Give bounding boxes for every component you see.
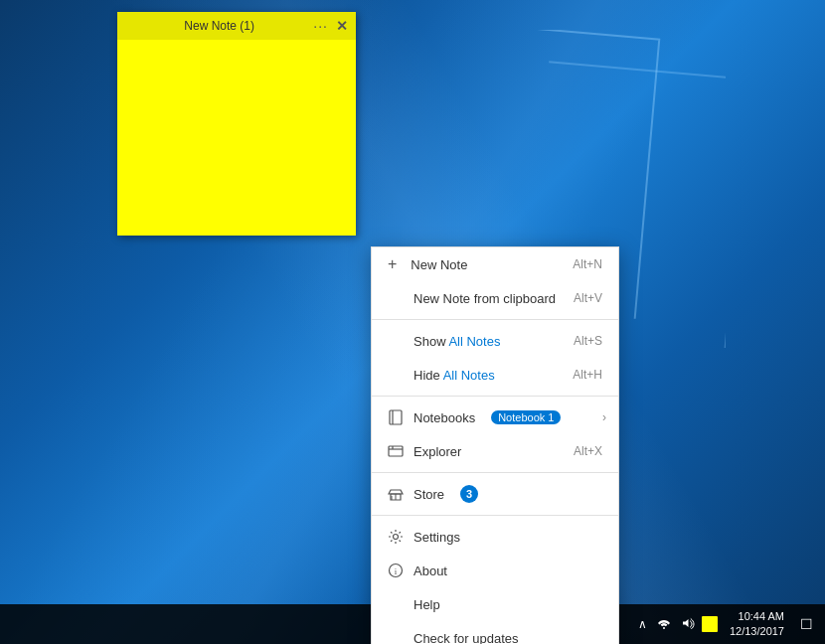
show-all-shortcut: Alt+S <box>574 334 602 348</box>
menu-item-notebooks[interactable]: Notebooks Notebook 1 › <box>372 401 618 434</box>
new-note-shortcut: Alt+N <box>573 257 602 271</box>
menu-item-new-note-clipboard[interactable]: New Note from clipboard Alt+V <box>372 281 618 315</box>
svg-point-9 <box>663 627 665 629</box>
menu-item-about[interactable]: i About <box>372 554 618 587</box>
help-icon <box>388 596 404 612</box>
svg-rect-2 <box>389 446 403 456</box>
sticky-tray-icon[interactable] <box>702 616 718 632</box>
show-all-icon <box>388 333 404 349</box>
menu-item-new-note[interactable]: + New Note Alt+N <box>372 247 618 281</box>
store-icon <box>388 486 404 502</box>
menu-item-show-all[interactable]: Show All Notes Alt+S <box>372 324 618 358</box>
menu-item-help[interactable]: Help <box>372 587 618 621</box>
new-note-clipboard-label: New Note from clipboard <box>413 291 556 306</box>
separator-2 <box>372 396 618 397</box>
separator-1 <box>372 319 618 320</box>
menu-item-explorer[interactable]: Explorer Alt+X <box>372 434 618 468</box>
plus-icon: + <box>388 255 397 273</box>
tray-expand-icon[interactable]: ∧ <box>635 615 650 633</box>
notebooks-label: Notebooks <box>413 410 475 425</box>
taskbar-clock[interactable]: 10:44 AM 12/13/2017 <box>724 609 790 640</box>
notebook-badge: Notebook 1 <box>491 410 561 424</box>
menu-item-hide-all[interactable]: Hide All Notes Alt+H <box>372 358 618 392</box>
menu-item-check-updates[interactable]: Check for updates <box>372 621 618 644</box>
sticky-note-titlebar: New Note (1) ··· ✕ <box>117 12 356 40</box>
clipboard-icon <box>388 290 404 306</box>
sticky-note-window: New Note (1) ··· ✕ <box>117 12 356 236</box>
clock-date: 12/13/2017 <box>730 624 784 639</box>
notification-center-icon[interactable]: ☐ <box>796 614 817 634</box>
new-note-label: New Note <box>411 257 467 272</box>
settings-label: Settings <box>413 530 460 545</box>
hide-all-label: Hide All Notes <box>413 368 495 383</box>
clock-time: 10:44 AM <box>730 609 784 624</box>
taskbar-right: ∧ <box>635 609 817 640</box>
help-label: Help <box>413 597 440 612</box>
sticky-close-button[interactable]: ✕ <box>336 18 348 34</box>
check-updates-label: Check for updates <box>413 631 519 645</box>
svg-point-6 <box>394 535 399 540</box>
separator-4 <box>372 515 618 516</box>
separator-3 <box>372 472 618 473</box>
chevron-right-icon: › <box>602 410 606 424</box>
svg-rect-0 <box>390 410 402 424</box>
tray-icons: ∧ <box>635 615 718 634</box>
sticky-note-title: New Note (1) <box>125 19 313 33</box>
settings-icon <box>388 529 404 545</box>
explorer-icon <box>388 443 404 459</box>
notebooks-icon <box>388 409 404 425</box>
hide-all-shortcut: Alt+H <box>573 368 602 382</box>
store-badge: 3 <box>460 485 478 503</box>
svg-text:i: i <box>395 566 398 576</box>
about-label: About <box>413 564 447 578</box>
about-icon: i <box>388 563 404 578</box>
check-updates-icon <box>388 630 404 644</box>
explorer-label: Explorer <box>413 444 461 459</box>
sticky-note-body[interactable] <box>117 40 356 236</box>
sticky-note-controls: ··· ✕ <box>313 18 348 34</box>
menu-item-store[interactable]: Store 3 <box>372 477 618 511</box>
menu-item-settings[interactable]: Settings <box>372 520 618 554</box>
hide-all-icon <box>388 367 404 383</box>
explorer-shortcut: Alt+X <box>574 444 602 458</box>
store-label: Store <box>413 487 444 502</box>
volume-icon[interactable] <box>678 615 698 634</box>
sticky-more-button[interactable]: ··· <box>313 18 328 34</box>
network-icon[interactable] <box>654 615 674 634</box>
context-menu: + New Note Alt+N New Note from clipboard… <box>371 246 619 644</box>
show-all-label: Show All Notes <box>413 334 500 349</box>
desktop: New Note (1) ··· ✕ + New Note Alt+N New … <box>0 0 825 644</box>
new-note-clipboard-shortcut: Alt+V <box>574 291 602 305</box>
